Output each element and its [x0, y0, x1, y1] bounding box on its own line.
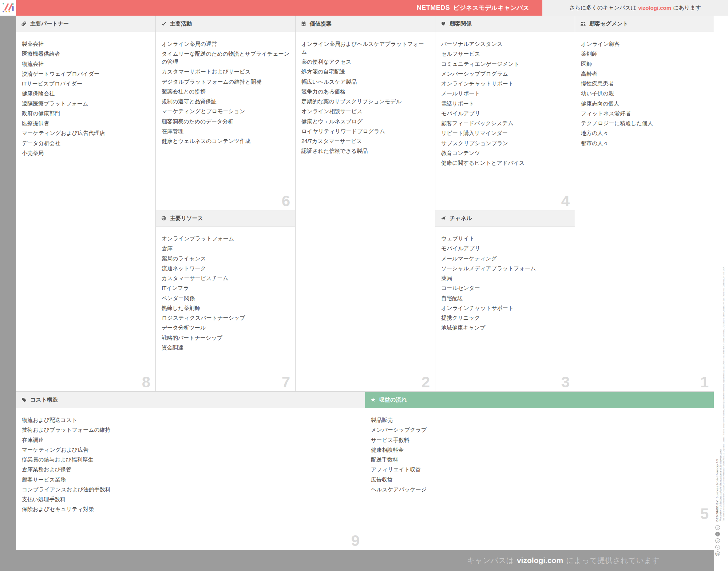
page-title: ビジネスモデルキャンバス	[453, 4, 529, 12]
list-item: オンラインチャットサポート	[441, 304, 569, 312]
promo-bar: さらに多くのキャンバスは vizologi.com にあります	[542, 0, 728, 16]
list-item: 健康保険会社	[22, 89, 150, 97]
list-item: 都市の人々	[581, 139, 708, 147]
list-item: 物流および配送コスト	[22, 416, 359, 424]
list-item: 決済ゲートウェイプロバイダー	[22, 70, 150, 78]
list-item: オンライン顧客	[581, 40, 708, 48]
section-title: 主要リソース	[170, 215, 203, 222]
section-number: 6	[282, 193, 290, 209]
list-item: フィットネス愛好者	[581, 109, 708, 117]
key-partners-list: 製薬会社医療機器供給者物流会社決済ゲートウェイプロバイダーITサービスプロバイダ…	[16, 32, 155, 157]
list-item: 教育コンテンツ	[441, 149, 569, 157]
list-item: 健康とウェルネスブログ	[301, 117, 429, 125]
list-item: 医療提供者	[22, 119, 150, 127]
key-partners-section: 主要パートナー 製薬会社医療機器供給者物流会社決済ゲートウェイプロバイダーITサ…	[16, 16, 156, 392]
list-item: カスタマーサポートおよびサービス	[162, 68, 289, 76]
list-item: 在庫調達	[22, 436, 359, 444]
designed-by-value: Business Model Foundry AG	[716, 459, 719, 499]
list-item: 物流会社	[22, 60, 150, 68]
cc-media-icon: ♪	[715, 532, 720, 536]
globe-icon	[161, 216, 166, 221]
list-item: 顧客洞察のためのデータ分析	[162, 117, 289, 125]
list-item: 政府の健康部門	[22, 109, 150, 117]
list-item: 自宅配送	[441, 294, 569, 302]
list-item: コミュニティエンゲージメント	[441, 60, 569, 68]
revenue-streams-list: 製品販売メンバーシップクラブサービス手数料健康相談料金配送手数料アフィリエイト収…	[365, 408, 714, 494]
list-item: 配送手数料	[371, 456, 708, 464]
list-item: モバイルアプリ	[441, 109, 569, 117]
cc-by-icon: ☺	[715, 525, 720, 530]
list-item: 健康とウェルネスのコンテンツ作成	[162, 137, 289, 145]
cc-equal-icon: =	[715, 545, 720, 550]
list-item: 規制の遵守と品質保証	[162, 97, 289, 105]
list-item: ロジスティクスパートナーシップ	[162, 314, 289, 322]
section-title: コスト構造	[30, 396, 58, 403]
business-model-canvas-page: { "header": { "brand": "NETMEDS", "title…	[0, 0, 728, 571]
list-item: 幅広いヘルスケア製品	[301, 78, 429, 86]
list-item: 競争力のある価格	[301, 88, 429, 96]
section-number: 9	[351, 533, 360, 548]
key-activities-list: オンライン薬局の運営タイムリーな配送のための物流とサプライチェーンの管理カスタマ…	[156, 32, 295, 145]
section-number: 4	[561, 193, 570, 209]
revenue-streams-header: 収益の流れ	[365, 392, 714, 408]
vizologi-logo[interactable]	[0, 0, 16, 16]
customer-relationships-list: パーソナルアシスタンスセルフサービスコミュニティエンゲージメントメンバーシッププ…	[435, 32, 575, 167]
customer-segments-section: 顧客セグメント オンライン顧客薬剤師医師高齢者慢性疾患患者幼い子供の親健康志向の…	[575, 16, 714, 392]
gift-icon	[301, 21, 306, 27]
value-propositions-section: 価値提案 オンライン薬局およびヘルスケアプラットフォーム薬の便利なアクセス処方箋…	[296, 16, 435, 392]
list-item: メールマーケティング	[441, 255, 569, 263]
key-activities-section: 主要活動 オンライン薬局の運営タイムリーな配送のための物流とサプライチェーンの管…	[156, 16, 296, 210]
list-item: 倉庫業務および保管	[22, 466, 359, 474]
footer-bar: キャンバスは vizologi.com によって提供されています	[0, 550, 714, 571]
list-item: 薬局	[441, 274, 569, 282]
section-title: 価値提案	[310, 20, 332, 27]
list-item: オンライン薬局およびヘルスケアプラットフォーム	[301, 40, 429, 56]
key-resources-section: 主要リソース オンラインプラットフォーム倉庫薬局のライセンス流通ネットワークカス…	[156, 210, 296, 392]
list-item: オンライン薬局の運営	[162, 40, 289, 48]
section-title: 顧客関係	[450, 20, 471, 27]
link-icon	[21, 21, 27, 27]
channels-header: チャネル	[435, 210, 575, 227]
section-number: 3	[561, 375, 570, 390]
list-item: 処方箋の自宅配送	[301, 68, 429, 76]
list-item: サービス手数料	[371, 436, 708, 444]
list-item: 支払い処理手数料	[22, 495, 359, 503]
section-number: 8	[142, 375, 150, 390]
list-item: 健康相談料金	[371, 446, 708, 454]
list-item: ロイヤリティリワードプログラム	[301, 127, 429, 135]
list-item: データ分析会社	[22, 139, 150, 147]
list-item: マーケティングとプロモーション	[162, 107, 289, 115]
list-item: コンプライアンスおよび法的手数料	[22, 486, 359, 494]
paper-plane-icon	[440, 216, 446, 221]
list-item: ヘルスケアパッケージ	[371, 486, 708, 494]
people-icon	[580, 21, 586, 27]
list-item: 医療機器供給者	[22, 50, 150, 58]
customer-relationships-header: 顧客関係	[435, 16, 575, 32]
cc-share-alike-icon: ↺	[715, 538, 720, 543]
list-item: 製薬会社との提携	[162, 88, 289, 96]
list-item: ソーシャルメディアプラットフォーム	[441, 264, 569, 272]
footer-vizologi-link[interactable]: vizologi.com	[517, 556, 563, 565]
list-item: 薬局のライセンス	[162, 255, 289, 263]
list-item: 資金調達	[162, 344, 289, 352]
section-number: 1	[700, 375, 709, 390]
list-item: サブスクリプションプラン	[441, 139, 569, 147]
customer-segments-header: 顧客セグメント	[575, 16, 714, 32]
list-item: 小売薬局	[22, 149, 150, 157]
list-item: オンライン相談サービス	[301, 107, 429, 115]
list-item: タイムリーな配送のための物流とサプライチェーンの管理	[162, 50, 289, 66]
list-item: 保険およびセキュリティ対策	[22, 505, 359, 513]
list-item: 薬剤師	[581, 50, 708, 58]
list-item: 慢性疾患患者	[581, 80, 708, 88]
list-item: 認証された信頼できる製品	[301, 147, 429, 155]
vizologi-link[interactable]: vizologi.com	[638, 5, 671, 11]
creative-commons-icons: ☺ ♪ ↺ = cc	[715, 525, 720, 556]
list-item: モバイルアプリ	[441, 244, 569, 252]
section-title: 顧客セグメント	[589, 20, 628, 27]
channels-section: チャネル ウェブサイトモバイルアプリメールマーケティングソーシャルメディアプラッ…	[435, 210, 575, 392]
revenue-streams-section: 収益の流れ 製品販売メンバーシップクラブサービス手数料健康相談料金配送手数料アフ…	[365, 392, 714, 550]
section-number: 5	[700, 506, 709, 522]
list-item: 地域健康キャンプ	[441, 324, 569, 332]
list-item: デジタルプラットフォームの維持と開発	[162, 78, 289, 86]
list-item: リピート購入リマインダー	[441, 129, 569, 137]
